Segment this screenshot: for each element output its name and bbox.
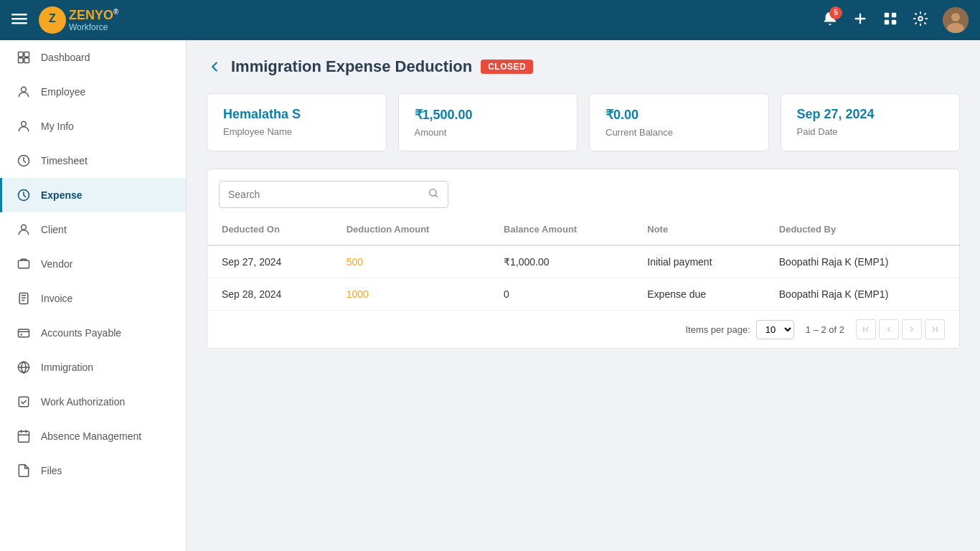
sidebar-item-client[interactable]: Client — [0, 212, 186, 247]
sidebar-item-label: Files — [41, 465, 62, 476]
info-card-current-balance: ₹0.00 Current Balance — [589, 93, 769, 151]
sidebar-item-invoice[interactable]: Invoice — [0, 281, 186, 316]
search-input[interactable] — [228, 189, 422, 200]
info-card-label-employee-name: Employee Name — [223, 126, 370, 137]
svg-point-17 — [22, 87, 27, 92]
logo: Z ZENYO® Workforce — [39, 6, 118, 34]
sidebar-item-label: Dashboard — [41, 52, 90, 63]
logo-text: ZENYO® — [69, 8, 118, 23]
col-header-deducted-by: Deducted By — [765, 214, 959, 245]
sidebar-item-label: My Info — [41, 121, 74, 132]
svg-rect-23 — [19, 293, 28, 304]
timesheet-icon — [17, 154, 31, 168]
hamburger-menu[interactable] — [11, 11, 27, 30]
svg-rect-27 — [19, 397, 28, 406]
settings-gear[interactable] — [913, 11, 928, 30]
topnav-left: Z ZENYO® Workforce — [11, 6, 118, 34]
first-page-button[interactable] — [856, 319, 876, 339]
absence-icon — [17, 429, 31, 443]
logo-icon: Z — [39, 6, 66, 34]
balance-amount-cell: ₹1,000.00 — [489, 245, 633, 278]
svg-rect-13 — [19, 52, 24, 57]
items-per-page-label: Items per page: — [685, 324, 750, 335]
info-card-employee-name: Hemalatha S Employee Name — [207, 93, 387, 151]
page-nav-buttons — [856, 319, 945, 339]
data-table-container: Deducted OnDeduction AmountBalance Amoun… — [207, 169, 960, 349]
sidebar-item-label: Expense — [41, 189, 83, 201]
sidebar-item-immigration[interactable]: Immigration — [0, 350, 186, 385]
prev-page-button[interactable] — [879, 319, 899, 339]
vendor-icon — [17, 257, 31, 271]
table-row: Sep 27, 2024 500 ₹1,000.00 Initial payme… — [207, 245, 959, 278]
info-card-label-paid-date: Paid Date — [797, 126, 944, 137]
workauth-icon — [17, 395, 31, 409]
svg-point-25 — [20, 334, 22, 336]
sidebar-item-label: Invoice — [41, 293, 72, 304]
table-header: Deducted OnDeduction AmountBalance Amoun… — [207, 214, 959, 245]
sidebar-item-absence-management[interactable]: Absence Management — [0, 419, 186, 453]
info-card-value-employee-name: Hemalatha S — [223, 107, 370, 122]
app-layout: Dashboard Employee My Info Timesheet Exp… — [0, 40, 980, 551]
col-header-balance-amount: Balance Amount — [489, 214, 633, 245]
apps-grid[interactable] — [882, 11, 898, 30]
accounts-icon — [17, 326, 31, 340]
sidebar-item-label: Absence Management — [41, 430, 141, 442]
svg-rect-5 — [885, 12, 889, 17]
svg-rect-24 — [19, 329, 29, 337]
sidebar-item-accounts-payable[interactable]: Accounts Payable — [0, 316, 186, 350]
notification-bell[interactable]: 5 — [822, 11, 838, 30]
svg-rect-6 — [892, 12, 896, 17]
svg-rect-15 — [19, 58, 24, 63]
sidebar-item-myinfo[interactable]: My Info — [0, 109, 186, 143]
myinfo-icon — [17, 119, 31, 133]
files-icon — [17, 463, 31, 478]
info-cards: Hemalatha S Employee Name ₹1,500.00 Amou… — [207, 93, 960, 151]
sidebar-item-vendor[interactable]: Vendor — [0, 247, 186, 281]
add-button[interactable] — [852, 11, 868, 30]
dashboard-icon — [17, 50, 31, 65]
main-content: Immigration Expense Deduction CLOSED Hem… — [187, 40, 980, 551]
page-title: Immigration Expense Deduction — [231, 57, 472, 76]
immigration-icon — [17, 360, 31, 375]
info-card-paid-date: Sep 27, 2024 Paid Date — [781, 93, 961, 151]
info-card-label-current-balance: Current Balance — [606, 127, 753, 138]
svg-point-21 — [22, 225, 27, 230]
sidebar-item-label: Client — [41, 224, 67, 235]
pagination-row: Items per page: 5102050 1 – 2 of 2 — [207, 310, 959, 348]
info-card-value-paid-date: Sep 27, 2024 — [797, 107, 944, 122]
status-badge: CLOSED — [481, 60, 533, 74]
sidebar-item-label: Vendor — [41, 258, 72, 270]
deduction-amount-cell: 500 — [332, 245, 489, 278]
search-section — [207, 169, 959, 214]
table-header-row: Deducted OnDeduction AmountBalance Amoun… — [207, 214, 959, 245]
sidebar-item-expense[interactable]: Expense — [0, 178, 186, 212]
svg-rect-2 — [11, 22, 27, 24]
deduction-amount-cell: 1000 — [332, 278, 489, 311]
sidebar-item-work-authorization[interactable]: Work Authorization — [0, 385, 186, 419]
sidebar: Dashboard Employee My Info Timesheet Exp… — [0, 40, 187, 551]
col-header-note: Note — [633, 214, 765, 245]
info-card-value-current-balance: ₹0.00 — [606, 107, 753, 123]
next-page-button[interactable] — [902, 319, 922, 339]
last-page-button[interactable] — [925, 319, 945, 339]
back-button[interactable] — [207, 59, 222, 75]
expense-icon — [17, 188, 31, 202]
balance-amount-cell: 0 — [489, 278, 633, 311]
per-page-select[interactable]: 5102050 — [756, 320, 794, 339]
sidebar-item-label: Employee — [41, 86, 85, 98]
table-row: Sep 28, 2024 1000 0 Expense due Boopathi… — [207, 278, 959, 311]
deducted-by-cell: Boopathi Raja K (EMP1) — [765, 278, 959, 311]
sidebar-item-label: Timesheet — [41, 155, 88, 166]
svg-rect-1 — [11, 18, 27, 20]
client-icon — [17, 222, 31, 237]
user-avatar[interactable] — [943, 7, 969, 33]
search-icon — [428, 187, 439, 202]
note-cell: Initial payment — [633, 245, 765, 278]
sidebar-item-employee[interactable]: Employee — [0, 75, 186, 109]
sidebar-item-dashboard[interactable]: Dashboard — [0, 40, 186, 75]
sidebar-item-files[interactable]: Files — [0, 453, 186, 488]
page-header: Immigration Expense Deduction CLOSED — [207, 57, 960, 76]
notification-badge: 5 — [829, 6, 842, 19]
sidebar-item-timesheet[interactable]: Timesheet — [0, 143, 186, 178]
deducted-on-cell: Sep 28, 2024 — [207, 278, 332, 311]
